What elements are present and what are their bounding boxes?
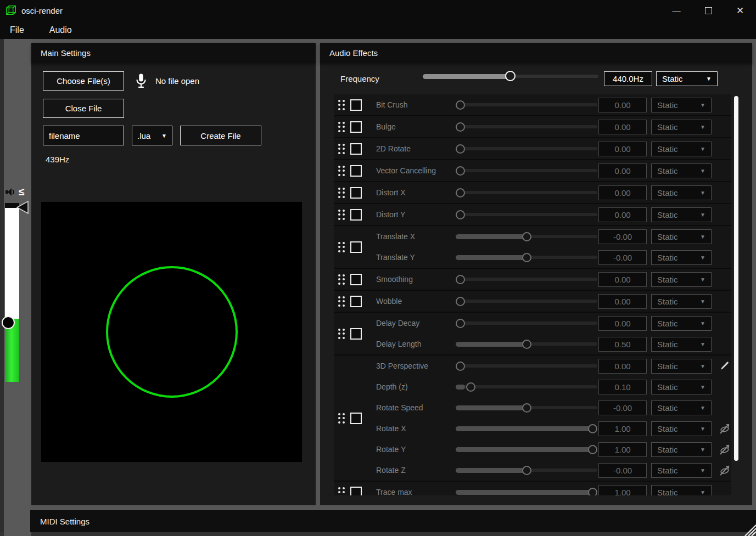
- effect-anim-dropdown[interactable]: Static▼: [651, 294, 712, 309]
- maximize-button[interactable]: [692, 0, 724, 21]
- effect-checkbox[interactable]: [350, 99, 362, 111]
- drag-handle-icon[interactable]: [338, 274, 345, 285]
- drag-handle-icon[interactable]: [338, 100, 345, 110]
- effect-slider-thumb[interactable]: [522, 253, 531, 262]
- drag-handle-icon[interactable]: [338, 242, 345, 252]
- effect-slider-thumb[interactable]: [456, 297, 465, 306]
- frequency-slider[interactable]: [423, 71, 598, 82]
- effect-value-field[interactable]: 0.00: [598, 142, 647, 156]
- effect-anim-dropdown[interactable]: Static▼: [651, 442, 712, 457]
- menu-file[interactable]: File: [2, 25, 32, 35]
- midi-settings-bar[interactable]: MIDI Settings: [30, 510, 756, 532]
- effect-slider[interactable]: [456, 252, 597, 263]
- effects-scrollbar-thumb[interactable]: [734, 96, 738, 461]
- effect-slider-thumb[interactable]: [456, 319, 465, 328]
- resize-grip-icon[interactable]: [740, 520, 756, 536]
- effect-slider-thumb[interactable]: [456, 275, 465, 284]
- effect-checkbox[interactable]: [350, 487, 362, 496]
- rotate-axis-icon[interactable]: [718, 421, 731, 436]
- effect-checkbox[interactable]: [350, 274, 362, 285]
- minimize-button[interactable]: —: [660, 0, 692, 21]
- effect-slider-thumb[interactable]: [456, 100, 465, 110]
- drag-handle-icon[interactable]: [338, 144, 345, 154]
- effect-anim-dropdown[interactable]: Static▼: [651, 359, 712, 374]
- effect-slider-thumb[interactable]: [456, 166, 465, 176]
- effect-slider-thumb[interactable]: [466, 382, 475, 392]
- effect-checkbox[interactable]: [350, 413, 362, 424]
- volume-slider[interactable]: [5, 208, 19, 382]
- effect-value-field[interactable]: 0.00: [598, 207, 647, 222]
- drag-handle-icon[interactable]: [338, 413, 345, 424]
- effect-value-field[interactable]: 0.00: [598, 185, 647, 200]
- choose-files-button[interactable]: Choose File(s): [43, 71, 124, 91]
- effect-value-field[interactable]: 0.00: [598, 98, 647, 112]
- effect-slider[interactable]: [456, 274, 597, 285]
- effect-checkbox[interactable]: [350, 209, 362, 221]
- filename-input[interactable]: filename: [43, 126, 124, 145]
- effect-slider-thumb[interactable]: [588, 424, 597, 433]
- effect-slider-thumb[interactable]: [456, 210, 465, 219]
- effect-slider-thumb[interactable]: [588, 488, 597, 496]
- frequency-anim-dropdown[interactable]: Static ▼: [656, 71, 718, 86]
- frequency-slider-thumb[interactable]: [505, 71, 516, 81]
- effect-slider[interactable]: [456, 296, 597, 307]
- effect-anim-dropdown[interactable]: Static▼: [651, 316, 712, 331]
- microphone-icon[interactable]: [134, 72, 148, 89]
- drag-handle-icon[interactable]: [338, 296, 345, 307]
- effect-checkbox[interactable]: [350, 328, 362, 340]
- effect-anim-dropdown[interactable]: Static▼: [651, 207, 712, 222]
- menu-audio[interactable]: Audio: [42, 25, 80, 35]
- effect-slider[interactable]: [456, 423, 597, 434]
- effect-checkbox[interactable]: [350, 121, 362, 133]
- effect-value-field[interactable]: 0.10: [598, 380, 647, 394]
- effect-slider-thumb[interactable]: [522, 466, 531, 475]
- frequency-value-field[interactable]: 440.0Hz: [604, 71, 652, 86]
- effect-anim-dropdown[interactable]: Static▼: [651, 485, 712, 495]
- effect-checkbox[interactable]: [350, 296, 362, 307]
- create-file-button[interactable]: Create File: [180, 126, 261, 145]
- effect-value-field[interactable]: -0.00: [598, 229, 647, 244]
- drag-handle-icon[interactable]: [338, 210, 345, 220]
- effect-anim-dropdown[interactable]: Static▼: [651, 421, 712, 436]
- effect-anim-dropdown[interactable]: Static▼: [651, 337, 712, 352]
- drag-handle-icon[interactable]: [338, 188, 345, 198]
- effect-slider[interactable]: [456, 209, 597, 220]
- effect-slider[interactable]: [456, 121, 597, 132]
- effect-value-field[interactable]: 1.00: [598, 442, 647, 457]
- pencil-icon[interactable]: [718, 359, 731, 373]
- effect-anim-dropdown[interactable]: Static▼: [651, 120, 712, 134]
- effect-slider[interactable]: [456, 318, 597, 329]
- drag-handle-icon[interactable]: [338, 122, 345, 132]
- rotate-axis-icon[interactable]: [718, 463, 731, 477]
- effect-slider-thumb[interactable]: [456, 362, 465, 371]
- drag-handle-icon[interactable]: [338, 329, 345, 339]
- effect-slider[interactable]: [456, 99, 597, 110]
- effect-slider-thumb[interactable]: [522, 232, 531, 241]
- effect-slider[interactable]: [456, 143, 597, 154]
- effect-value-field[interactable]: 0.00: [598, 359, 647, 374]
- effect-checkbox[interactable]: [350, 143, 362, 155]
- effect-slider-thumb[interactable]: [456, 188, 465, 198]
- effect-slider[interactable]: [456, 187, 597, 198]
- effect-value-field[interactable]: 0.00: [598, 294, 647, 309]
- effect-anim-dropdown[interactable]: Static▼: [651, 380, 712, 394]
- effect-slider-thumb[interactable]: [456, 144, 465, 154]
- effect-anim-dropdown[interactable]: Static▼: [651, 98, 712, 112]
- effect-value-field[interactable]: -0.00: [598, 463, 647, 478]
- volume-slider-thumb[interactable]: [2, 316, 15, 329]
- rotate-axis-icon[interactable]: [718, 442, 731, 456]
- effect-slider[interactable]: [456, 487, 597, 495]
- effect-value-field[interactable]: -0.00: [598, 400, 647, 415]
- effect-value-field[interactable]: 0.00: [598, 316, 647, 331]
- effect-slider-thumb[interactable]: [456, 122, 465, 132]
- effect-checkbox[interactable]: [350, 165, 362, 177]
- effect-slider[interactable]: [456, 444, 597, 455]
- effect-slider[interactable]: [456, 360, 597, 371]
- effect-value-field[interactable]: 0.00: [598, 272, 647, 287]
- drag-handle-icon[interactable]: [338, 166, 345, 176]
- effect-slider[interactable]: [456, 338, 597, 349]
- effect-anim-dropdown[interactable]: Static▼: [651, 185, 712, 200]
- effect-value-field[interactable]: 1.00: [598, 485, 647, 495]
- drag-handle-icon[interactable]: [338, 487, 345, 496]
- effect-value-field[interactable]: 1.00: [598, 421, 647, 436]
